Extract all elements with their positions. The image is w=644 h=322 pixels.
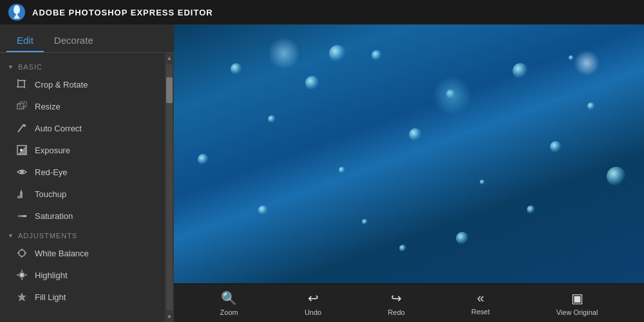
sidebar-item-label-white-balance: White Balance bbox=[35, 249, 89, 258]
bubble bbox=[513, 63, 528, 79]
bubble bbox=[362, 219, 368, 225]
tab-decorate[interactable]: Decorate bbox=[44, 30, 104, 52]
sidebar-scrollbar[interactable]: ▲ ▼ bbox=[165, 53, 174, 322]
canvas-area: 🔍 Zoom ↩ Undo ↪ Redo « Reset ▣ View Orig… bbox=[174, 24, 644, 322]
svg-marker-19 bbox=[20, 189, 23, 193]
svg-point-1 bbox=[14, 5, 20, 14]
reset-label: Reset bbox=[471, 308, 490, 316]
bubble bbox=[329, 45, 346, 62]
exposure-icon bbox=[15, 144, 28, 156]
bubble bbox=[305, 76, 319, 90]
tab-edit[interactable]: Edit bbox=[6, 30, 44, 52]
auto-correct-icon bbox=[15, 122, 28, 135]
svg-point-16 bbox=[20, 170, 24, 174]
sidebar-item-crop-rotate[interactable]: Crop & Rotate bbox=[0, 73, 165, 95]
svg-rect-8 bbox=[17, 104, 24, 109]
sidebar-item-fill-light[interactable]: Fill Light bbox=[0, 286, 165, 308]
resize-icon bbox=[15, 100, 28, 113]
sidebar-item-red-eye[interactable]: Red-Eye bbox=[0, 161, 165, 183]
view-original-label: View Original bbox=[556, 308, 598, 316]
sidebar-scroll-area: ▼ BASIC Crop bbox=[0, 53, 165, 322]
bubble bbox=[527, 205, 535, 214]
zoom-icon: 🔍 bbox=[221, 290, 237, 306]
sidebar-item-label-saturation: Saturation bbox=[35, 211, 73, 221]
sidebar-item-saturation[interactable]: Saturation bbox=[0, 205, 165, 227]
sidebar-item-label-fill-light: Fill Light bbox=[35, 292, 66, 302]
svg-line-10 bbox=[18, 124, 24, 132]
saturation-icon bbox=[15, 209, 28, 222]
section-adjustments-header: ▼ ADJUSTMENTS bbox=[0, 227, 165, 242]
sidebar-item-label-exposure: Exposure bbox=[35, 146, 70, 155]
sidebar-item-label-resize: Resize bbox=[35, 102, 61, 111]
svg-point-28 bbox=[20, 273, 24, 277]
undo-button[interactable]: ↩ Undo bbox=[294, 288, 332, 319]
bottom-toolbar: 🔍 Zoom ↩ Undo ↪ Redo « Reset ▣ View Orig… bbox=[174, 283, 644, 322]
svg-rect-3 bbox=[18, 80, 24, 87]
svg-rect-9 bbox=[20, 102, 26, 107]
sidebar-item-label-highlight: Highlight bbox=[35, 270, 68, 280]
app-logo bbox=[8, 3, 26, 21]
bubble bbox=[198, 154, 209, 165]
svg-rect-18 bbox=[20, 193, 23, 196]
undo-icon: ↩ bbox=[308, 290, 319, 306]
scroll-track[interactable] bbox=[166, 64, 173, 310]
bubble bbox=[268, 115, 276, 123]
section-basic-header: ▼ BASIC bbox=[0, 58, 165, 73]
highlight-icon bbox=[15, 269, 28, 281]
bubble bbox=[399, 245, 406, 252]
sidebar-item-exposure[interactable]: Exposure bbox=[0, 139, 165, 161]
canvas-image bbox=[174, 24, 644, 283]
sidebar-item-auto-correct[interactable]: Auto Correct bbox=[0, 117, 165, 139]
sidebar-item-label-auto-correct: Auto Correct bbox=[35, 124, 82, 133]
tab-bar: Edit Decorate bbox=[0, 24, 174, 53]
sidebar-item-label-crop-rotate: Crop & Rotate bbox=[35, 80, 88, 90]
main-layout: Edit Decorate ▼ BASIC bbox=[0, 24, 644, 322]
sidebar-content: ▼ BASIC Crop bbox=[0, 53, 165, 322]
sidebar-item-highlight[interactable]: Highlight bbox=[0, 264, 165, 286]
zoom-button[interactable]: 🔍 Zoom bbox=[210, 288, 249, 319]
section-basic-label: BASIC bbox=[18, 63, 43, 71]
redo-icon: ↪ bbox=[391, 290, 402, 306]
section-adjustments-label: ADJUSTMENTS bbox=[18, 232, 77, 240]
sidebar-item-white-balance[interactable]: White Balance bbox=[0, 242, 165, 264]
redo-button[interactable]: ↪ Redo bbox=[377, 288, 415, 319]
scroll-thumb[interactable] bbox=[166, 77, 173, 103]
app-title: ADOBE PHOTOSHOP EXPRESS EDITOR bbox=[32, 8, 213, 17]
bubble bbox=[607, 167, 626, 186]
bubble bbox=[409, 128, 422, 141]
bubble bbox=[550, 141, 562, 153]
bubble bbox=[372, 50, 382, 61]
svg-point-22 bbox=[19, 250, 25, 256]
view-original-icon: ▣ bbox=[571, 290, 583, 306]
zoom-label: Zoom bbox=[220, 308, 238, 316]
red-eye-icon bbox=[15, 166, 28, 178]
undo-label: Undo bbox=[305, 308, 321, 316]
scroll-up-arrow[interactable]: ▲ bbox=[165, 53, 174, 63]
view-original-button[interactable]: ▣ View Original bbox=[546, 288, 609, 319]
bubble bbox=[587, 102, 595, 110]
reset-button[interactable]: « Reset bbox=[461, 288, 500, 318]
bubble bbox=[258, 205, 268, 215]
white-balance-icon bbox=[15, 247, 28, 260]
svg-point-11 bbox=[23, 124, 26, 127]
fill-light-icon bbox=[15, 290, 28, 303]
bubble bbox=[480, 180, 485, 185]
bubble bbox=[339, 167, 345, 173]
sidebar-item-label-touchup: Touchup bbox=[35, 189, 66, 199]
bubble bbox=[569, 55, 574, 61]
redo-label: Redo bbox=[388, 308, 404, 316]
svg-rect-21 bbox=[17, 215, 26, 217]
section-adjustments-arrow: ▼ bbox=[8, 232, 14, 239]
crop-rotate-icon bbox=[15, 78, 28, 91]
touchup-icon bbox=[15, 187, 28, 200]
sidebar-item-touchup[interactable]: Touchup bbox=[0, 183, 165, 205]
svg-marker-33 bbox=[17, 292, 26, 301]
reset-icon: « bbox=[477, 290, 484, 305]
section-basic-arrow: ▼ bbox=[8, 64, 14, 70]
sidebar: Edit Decorate ▼ BASIC bbox=[0, 24, 174, 322]
sidebar-item-resize[interactable]: Resize bbox=[0, 95, 165, 117]
bubble bbox=[231, 63, 242, 75]
app-header: ADOBE PHOTOSHOP EXPRESS EDITOR bbox=[0, 0, 644, 24]
sidebar-item-label-red-eye: Red-Eye bbox=[35, 167, 68, 177]
scroll-down-arrow[interactable]: ▼ bbox=[165, 312, 174, 322]
